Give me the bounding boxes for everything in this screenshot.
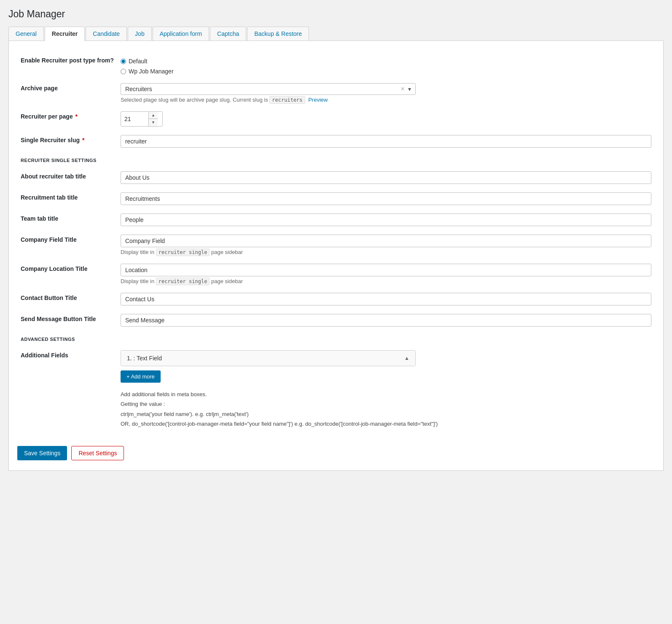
recruiter-per-page-row: Recruiter per page * 21 ▲ ▼ <box>17 107 655 131</box>
archive-page-clear-icon[interactable]: × <box>401 86 405 92</box>
recruiter-per-page-input[interactable]: 21 <box>121 113 148 125</box>
team-tab-row: Team tab title People <box>17 209 655 230</box>
radio-wp-label: Wp Job Manager <box>129 68 174 75</box>
recruiter-per-page-label: Recruiter per page * <box>17 107 117 131</box>
section-advanced-row: ADVANCED SETTINGS <box>17 331 655 346</box>
recruiter-radio-group: Default Wp Job Manager <box>121 55 651 75</box>
company-field-hint-code: recruiter single <box>156 249 210 256</box>
company-location-hint-suffix: page sidebar <box>211 278 243 284</box>
number-spinners: ▲ ▼ <box>148 112 158 126</box>
about-tab-input[interactable]: About Us <box>121 171 651 184</box>
company-field-label: Company Field Title <box>17 230 117 259</box>
recruitment-tab-label: Recruitment tab title <box>17 188 117 209</box>
company-field-hint-prefix: Display title in <box>121 249 154 255</box>
radio-wp-item[interactable]: Wp Job Manager <box>121 68 651 75</box>
required-indicator2: * <box>82 137 84 143</box>
send-message-row: Send Message Button Title Send Message <box>17 310 655 331</box>
tab-recruiter[interactable]: Recruiter <box>45 27 85 41</box>
archive-page-select[interactable]: Recruiters × ▾ <box>121 83 416 95</box>
company-field-hint-suffix: page sidebar <box>211 249 243 255</box>
team-tab-input[interactable]: People <box>121 213 651 226</box>
company-field-input[interactable]: Company Field <box>121 235 651 247</box>
about-tab-control: About Us <box>117 167 655 188</box>
company-field-control: Company Field Display title in recruiter… <box>117 230 655 259</box>
recruitment-tab-control: Recruitments <box>117 188 655 209</box>
archive-page-control: Recruiters × ▾ Selected plage slug will … <box>117 79 655 107</box>
archive-page-arrow-icon[interactable]: ▾ <box>408 86 411 92</box>
single-recruiter-slug-label: Single Recruiter slug * <box>17 131 117 152</box>
tab-bar: General Recruiter Candidate Job Applicat… <box>8 27 664 41</box>
spinner-down[interactable]: ▼ <box>149 119 158 126</box>
company-location-hint-code: recruiter single <box>156 278 210 285</box>
company-location-input[interactable]: Location <box>121 264 651 276</box>
single-recruiter-slug-control: recruiter <box>117 131 655 152</box>
enable-recruiter-row: Enable Recruiter post type from? Default… <box>17 51 655 79</box>
radio-default-item[interactable]: Default <box>121 58 651 65</box>
single-recruiter-slug-input[interactable]: recruiter <box>121 135 651 148</box>
radio-default-label: Default <box>129 58 147 65</box>
tab-candidate[interactable]: Candidate <box>86 27 127 41</box>
team-tab-label: Team tab title <box>17 209 117 230</box>
about-tab-row: About recruiter tab title About Us <box>17 167 655 188</box>
settings-content: Enable Recruiter post type from? Default… <box>8 41 664 471</box>
additional-info-line3: ctrljm_meta('your field name'). e.g. ctr… <box>121 409 651 419</box>
single-recruiter-slug-row: Single Recruiter slug * recruiter <box>17 131 655 152</box>
spinner-up[interactable]: ▲ <box>149 112 158 119</box>
about-tab-label: About recruiter tab title <box>17 167 117 188</box>
additional-fields-control: 1. : Text Field ▲ + Add more Add additio… <box>117 346 655 433</box>
required-indicator: * <box>75 113 78 120</box>
additional-fields-label: Additional Fields <box>17 346 117 433</box>
send-message-label: Send Message Button Title <box>17 310 117 331</box>
page-title: Job Manager <box>8 8 664 20</box>
add-more-button[interactable]: + Add more <box>121 370 161 383</box>
single-slug-label-text: Single Recruiter slug <box>21 137 80 143</box>
tab-job[interactable]: Job <box>128 27 152 41</box>
recruitment-tab-row: Recruitment tab title Recruitments <box>17 188 655 209</box>
contact-button-input[interactable]: Contact Us <box>121 293 651 305</box>
enable-recruiter-control: Default Wp Job Manager <box>117 51 655 79</box>
radio-wp[interactable] <box>121 69 126 74</box>
company-location-hint: Display title in recruiter single page s… <box>121 278 651 284</box>
additional-info-line1: Add additional fields in meta boxes. <box>121 389 651 399</box>
additional-info-line4: OR, do_shortcode('[control-job-manager-m… <box>121 419 651 429</box>
reset-settings-button[interactable]: Reset Settings <box>71 446 124 460</box>
accordion-chevron-icon: ▲ <box>404 355 409 361</box>
section-advanced-header: ADVANCED SETTINGS <box>17 331 655 346</box>
archive-page-row: Archive page Recruiters × ▾ Selected pla… <box>17 79 655 107</box>
send-message-control: Send Message <box>117 310 655 331</box>
tab-application-form[interactable]: Application form <box>153 27 209 41</box>
settings-table: Enable Recruiter post type from? Default… <box>17 51 655 433</box>
tab-captcha[interactable]: Captcha <box>210 27 246 41</box>
save-settings-button[interactable]: Save Settings <box>17 446 67 460</box>
accordion-label: 1. : Text Field <box>127 355 162 362</box>
radio-default[interactable] <box>121 59 126 64</box>
recruitment-tab-input[interactable]: Recruitments <box>121 192 651 205</box>
send-message-input[interactable]: Send Message <box>121 314 651 327</box>
tab-backup-restore[interactable]: Backup & Restore <box>247 27 309 41</box>
archive-page-hint: Selected plage slug will be archive page… <box>121 97 651 103</box>
archive-page-value: Recruiters <box>125 86 401 92</box>
enable-recruiter-label: Enable Recruiter post type from? <box>17 51 117 79</box>
recruiter-per-page-stepper[interactable]: 21 ▲ ▼ <box>121 111 163 127</box>
archive-page-label: Archive page <box>17 79 117 107</box>
recruiter-per-page-label-text: Recruiter per page <box>21 113 73 120</box>
additional-fields-accordion[interactable]: 1. : Text Field ▲ <box>121 350 416 366</box>
tab-general[interactable]: General <box>8 27 44 41</box>
contact-button-control: Contact Us <box>117 289 655 310</box>
company-location-control: Location Display title in recruiter sing… <box>117 259 655 289</box>
contact-button-label: Contact Button Title <box>17 289 117 310</box>
footer-actions: Save Settings Reset Settings <box>17 446 655 460</box>
recruiter-per-page-control: 21 ▲ ▼ <box>117 107 655 131</box>
contact-button-row: Contact Button Title Contact Us <box>17 289 655 310</box>
additional-info-line2: Getting the value : <box>121 399 651 409</box>
company-location-row: Company Location Title Location Display … <box>17 259 655 289</box>
company-location-hint-prefix: Display title in <box>121 278 154 284</box>
company-location-label: Company Location Title <box>17 259 117 289</box>
accordion-header[interactable]: 1. : Text Field ▲ <box>121 351 415 366</box>
archive-hint-prefix: Selected plage slug will be archive page… <box>121 97 268 103</box>
company-field-hint: Display title in recruiter single page s… <box>121 249 651 255</box>
section-single-settings-row: RECRUITER SINGLE SETTINGS <box>17 152 655 167</box>
additional-info-text: Add additional fields in meta boxes. Get… <box>121 389 651 429</box>
company-field-row: Company Field Title Company Field Displa… <box>17 230 655 259</box>
archive-preview-link[interactable]: Preview <box>308 97 328 103</box>
